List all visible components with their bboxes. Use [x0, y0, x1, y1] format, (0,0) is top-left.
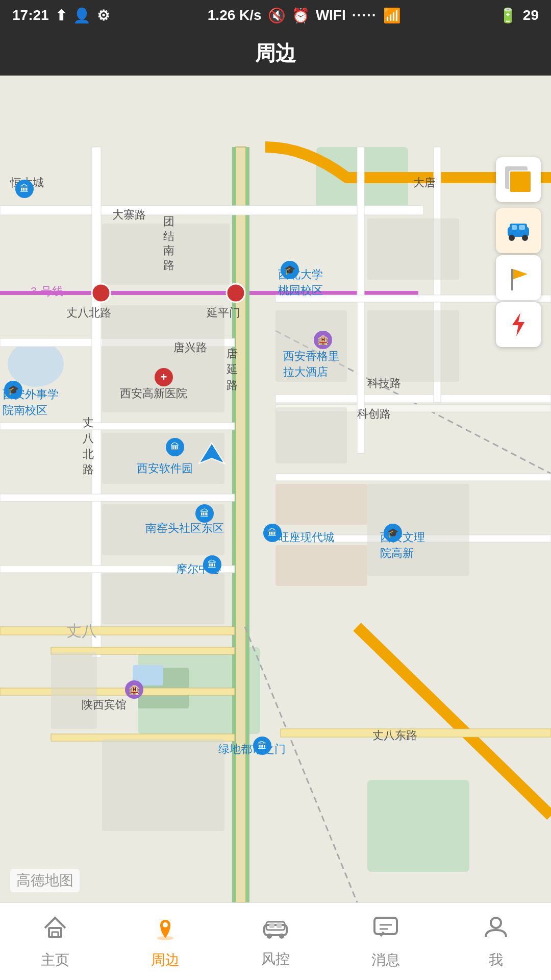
- label-tangyanlu: 唐延路: [227, 346, 238, 393]
- label-xaGaoxin: 西安高新医院: [120, 386, 187, 401]
- svg-rect-59: [52, 932, 58, 937]
- nav-item-nearby[interactable]: 周边: [119, 914, 211, 970]
- svg-rect-43: [102, 739, 224, 831]
- svg-rect-36: [276, 407, 347, 463]
- label-kechuanglu: 科创路: [357, 406, 391, 422]
- marker-lvdiDushi: 🏛: [253, 737, 271, 755]
- mute-icon: 🔇: [268, 7, 286, 24]
- nav-item-me[interactable]: 我: [450, 914, 542, 970]
- bolt-button[interactable]: [496, 302, 541, 347]
- svg-rect-19: [0, 423, 235, 430]
- label-zhabeiN: 丈八北路: [66, 305, 111, 321]
- car-button[interactable]: [496, 208, 541, 253]
- svg-rect-68: [277, 923, 282, 928]
- svg-rect-4: [367, 780, 469, 872]
- traffic-icon: [262, 915, 289, 945]
- map-container[interactable]: 恒大城 大寨路 团结南路 西北大学桃园校区 3-号线 丈八北路 延平门 唐兴路 …: [0, 76, 551, 902]
- svg-rect-10: [246, 147, 249, 902]
- svg-rect-23: [0, 688, 235, 695]
- nav-label-me: 我: [489, 950, 503, 970]
- marker-moercenter: 🏛: [203, 555, 221, 574]
- label-zhabeilu2: 丈八北路: [83, 415, 94, 478]
- label-dasailu: 大寨路: [112, 207, 146, 223]
- nav-item-traffic[interactable]: 风控: [230, 915, 321, 969]
- marker-xaRuanjian: 🏛: [166, 438, 184, 456]
- signal-dots: ·····: [352, 7, 377, 23]
- marker-hengdacheng: 🏛: [15, 180, 34, 198]
- nav-label-traffic: 风控: [261, 949, 290, 969]
- marker-shaanxiBinguan: 🏨: [125, 680, 143, 699]
- home-icon: [42, 914, 68, 946]
- status-center: 1.26 K/s 🔇 ⏰ WIFI ····· 📶: [208, 7, 401, 24]
- svg-point-50: [509, 235, 515, 241]
- marker-nankoutou: 🏛: [195, 504, 214, 523]
- wifi-icon: WIFI: [316, 7, 346, 23]
- label-nankoutou: 南窑头社区东区: [145, 521, 224, 536]
- label-tangxinlu: 唐兴路: [173, 340, 207, 355]
- marker-wangzuo: 🏛: [263, 524, 282, 542]
- marker-xibeidaxue: 🎓: [281, 261, 299, 279]
- svg-marker-57: [512, 313, 524, 336]
- marker-xaWenli: 🎓: [384, 524, 402, 542]
- svg-rect-40: [276, 545, 367, 586]
- status-bar: 17:21 ⬆ 👤 ⚙ 1.26 K/s 🔇 ⏰ WIFI ····· 📶 🔋 …: [0, 0, 551, 31]
- svg-rect-67: [269, 923, 274, 928]
- label-tuanjienanlu: 团结南路: [163, 214, 174, 273]
- label-kejiLu: 科技路: [367, 376, 401, 391]
- nav-label-message: 消息: [371, 950, 400, 970]
- battery-icon: 🔋: [499, 7, 517, 24]
- person-icon: 👤: [73, 7, 91, 24]
- label-datang: 大唐: [413, 175, 436, 190]
- svg-point-72: [491, 918, 501, 928]
- map-svg: [0, 76, 551, 902]
- label-xaRuanjian: 西安软件园: [137, 461, 193, 476]
- svg-point-46: [227, 284, 245, 302]
- status-right: 🔋 29: [499, 7, 539, 24]
- label-zhabaDonglu: 丈八东路: [372, 728, 417, 743]
- svg-rect-8: [236, 147, 246, 902]
- me-icon: [483, 914, 509, 946]
- svg-rect-39: [276, 484, 367, 525]
- svg-rect-29: [276, 474, 551, 481]
- marker-xiwaiSouth: 🎓: [4, 381, 22, 399]
- svg-rect-52: [512, 225, 517, 230]
- battery-level: 29: [523, 7, 539, 23]
- alarm-icon: ⏰: [292, 7, 310, 24]
- svg-point-65: [267, 934, 272, 939]
- flag-button[interactable]: [496, 255, 541, 300]
- nav-label-home: 主页: [41, 950, 69, 970]
- page-title: 周边: [255, 39, 296, 67]
- layer-button[interactable]: [496, 157, 541, 202]
- label-shaanxiBinguan: 陕西宾馆: [82, 697, 127, 713]
- svg-rect-44: [51, 652, 97, 729]
- svg-point-51: [522, 235, 528, 241]
- label-wangzuo: 旺座现代城: [278, 530, 334, 545]
- heartbeat-icon: 📶: [383, 7, 401, 24]
- svg-point-45: [92, 284, 110, 302]
- svg-marker-56: [513, 269, 528, 279]
- label-3haoxian: 3-号线: [31, 284, 63, 299]
- upload-icon: ⬆: [55, 7, 67, 24]
- nav-item-home[interactable]: 主页: [9, 914, 101, 970]
- bottom-nav: 主页 周边 风控: [0, 902, 551, 980]
- svg-rect-53: [519, 225, 525, 230]
- svg-rect-42: [102, 573, 224, 624]
- label-yanpingmen: 延平门: [207, 305, 240, 321]
- nav-item-message[interactable]: 消息: [340, 914, 432, 970]
- svg-rect-9: [232, 147, 236, 902]
- marker-xianggelila: 🏨: [314, 331, 332, 349]
- gaode-logo: 高德地图: [10, 869, 80, 892]
- label-zaoba: 丈八: [66, 621, 97, 642]
- svg-point-66: [279, 934, 284, 939]
- svg-point-62: [163, 922, 168, 927]
- svg-rect-69: [374, 918, 397, 934]
- map-controls: [496, 157, 541, 347]
- message-icon: [372, 914, 399, 946]
- svg-rect-38: [367, 310, 459, 382]
- label-xianggelila: 西安香格里拉大酒店: [283, 349, 339, 380]
- status-left: 17:21 ⬆ 👤 ⚙: [12, 7, 110, 24]
- marker-xaGaoxin: +: [155, 368, 173, 386]
- nearby-icon: [152, 914, 179, 946]
- svg-rect-22: [0, 627, 235, 635]
- svg-point-5: [8, 341, 64, 387]
